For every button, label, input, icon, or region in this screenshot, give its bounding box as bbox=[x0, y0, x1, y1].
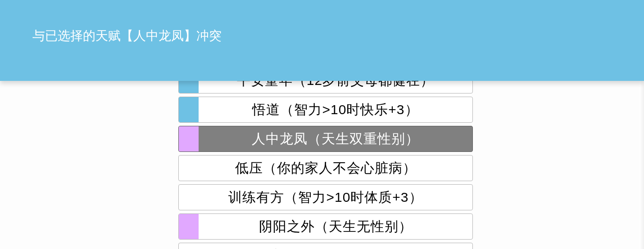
talent-row[interactable]: 平安童年（12岁前父母都健在） bbox=[178, 81, 473, 93]
rarity-pip bbox=[179, 81, 199, 93]
talent-row[interactable]: 悟道（智力>10时快乐+3） bbox=[178, 97, 473, 123]
talent-label: 异交狂（所有属性-1） bbox=[179, 243, 472, 249]
talent-row[interactable]: 阴阳之外（天生无性别） bbox=[178, 213, 473, 240]
rarity-pip bbox=[179, 126, 199, 151]
talent-label: 低压（你的家人不会心脏病） bbox=[179, 156, 472, 181]
talent-row[interactable]: 异交狂（所有属性-1） bbox=[178, 243, 473, 249]
talent-label: 阴阳之外（天生无性别） bbox=[199, 214, 472, 239]
conflict-toast-text: 与已选择的天赋【人中龙凤】冲突 bbox=[32, 27, 222, 44]
rarity-pip bbox=[179, 214, 199, 239]
talent-row[interactable]: 低压（你的家人不会心脏病） bbox=[178, 155, 473, 181]
talent-label: 平安童年（12岁前父母都健在） bbox=[199, 81, 472, 93]
rarity-pip bbox=[179, 97, 199, 122]
talent-label: 人中龙凤（天生双重性别） bbox=[199, 126, 472, 151]
talent-row-selected[interactable]: 人中龙凤（天生双重性别） bbox=[178, 126, 473, 152]
scrollbar[interactable] bbox=[639, 81, 644, 249]
conflict-toast: 与已选择的天赋【人中龙凤】冲突 bbox=[0, 0, 644, 81]
talent-list: 平安童年（12岁前父母都健在） 悟道（智力>10时快乐+3） 人中龙凤（天生双重… bbox=[178, 81, 473, 249]
talent-label: 悟道（智力>10时快乐+3） bbox=[199, 97, 472, 122]
talent-row[interactable]: 训练有方（智力>10时体质+3） bbox=[178, 184, 473, 210]
talent-label: 训练有方（智力>10时体质+3） bbox=[179, 185, 472, 210]
talent-list-viewport: 平安童年（12岁前父母都健在） 悟道（智力>10时快乐+3） 人中龙凤（天生双重… bbox=[0, 81, 644, 249]
